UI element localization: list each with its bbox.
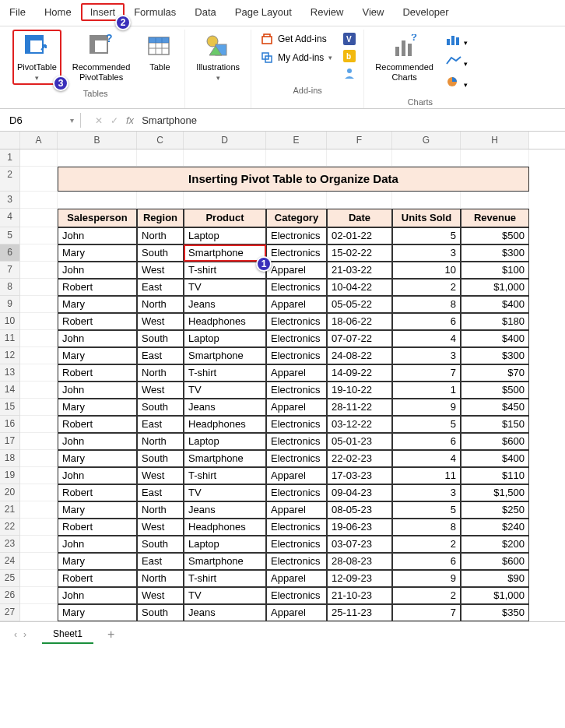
- table-cell[interactable]: 11: [392, 467, 461, 484]
- table-cell[interactable]: Apparel: [266, 604, 327, 621]
- table-cell[interactable]: 28-08-23: [327, 553, 392, 570]
- table-cell[interactable]: John: [58, 227, 137, 244]
- row-header[interactable]: 6: [0, 244, 20, 262]
- col-header-B[interactable]: B: [58, 132, 137, 149]
- table-cell[interactable]: Smartphone: [184, 553, 266, 570]
- table-cell[interactable]: 3: [392, 347, 461, 364]
- table-cell[interactable]: Apparel: [266, 467, 327, 484]
- table-cell[interactable]: $400: [461, 450, 529, 467]
- table-cell[interactable]: South: [137, 244, 184, 262]
- table-cell[interactable]: South: [137, 536, 184, 553]
- table-cell[interactable]: $300: [461, 347, 529, 364]
- col-header-A[interactable]: A: [20, 132, 58, 149]
- table-cell[interactable]: North: [137, 296, 184, 313]
- row-header[interactable]: 10: [0, 313, 20, 330]
- table-cell[interactable]: John: [58, 467, 137, 484]
- table-cell[interactable]: West: [137, 587, 184, 604]
- table-cell[interactable]: 19-06-23: [327, 519, 392, 536]
- table-cell[interactable]: 14-09-22: [327, 364, 392, 382]
- table-cell[interactable]: North: [137, 227, 184, 244]
- row-header[interactable]: 18: [0, 450, 20, 467]
- table-cell[interactable]: 02-01-22: [327, 227, 392, 244]
- table-cell[interactable]: Apparel: [266, 262, 327, 279]
- table-cell[interactable]: East: [137, 347, 184, 364]
- table-cell[interactable]: $250: [461, 501, 529, 519]
- row-header[interactable]: 17: [0, 433, 20, 450]
- table-cell[interactable]: 8: [392, 296, 461, 313]
- table-cell[interactable]: 12-09-23: [327, 570, 392, 587]
- table-cell[interactable]: John: [58, 587, 137, 604]
- get-addins-button[interactable]: Get Add-ins: [258, 31, 335, 47]
- table-cell[interactable]: West: [137, 382, 184, 399]
- table-cell[interactable]: West: [137, 313, 184, 330]
- table-cell[interactable]: John: [58, 433, 137, 450]
- row-header[interactable]: 19: [0, 467, 20, 484]
- col-header-E[interactable]: E: [266, 132, 327, 149]
- row-header[interactable]: 8: [0, 279, 20, 296]
- table-cell[interactable]: 9: [392, 570, 461, 587]
- menu-review[interactable]: Review: [301, 3, 353, 21]
- table-cell[interactable]: 21-10-23: [327, 587, 392, 604]
- menu-home[interactable]: Home: [35, 3, 81, 21]
- table-cell[interactable]: Electronics: [266, 450, 327, 467]
- table-cell[interactable]: Robert: [58, 279, 137, 296]
- table-cell[interactable]: 03-12-22: [327, 416, 392, 433]
- accept-icon[interactable]: ✓: [111, 115, 118, 126]
- table-cell[interactable]: $180: [461, 313, 529, 330]
- table-cell[interactable]: 6: [392, 433, 461, 450]
- recommended-charts-button[interactable]: ? Recommended Charts: [370, 30, 438, 86]
- row-header[interactable]: 4: [0, 209, 20, 227]
- table-cell[interactable]: 10-04-22: [327, 279, 392, 296]
- row-header[interactable]: 9: [0, 296, 20, 313]
- table-cell[interactable]: West: [137, 262, 184, 279]
- select-all-corner[interactable]: [0, 132, 20, 149]
- table-cell[interactable]: Mary: [58, 450, 137, 467]
- table-cell[interactable]: TV: [184, 484, 266, 501]
- table-cell[interactable]: Electronics: [266, 416, 327, 433]
- table-cell[interactable]: $70: [461, 364, 529, 382]
- table-cell[interactable]: 6: [392, 313, 461, 330]
- table-cell[interactable]: 08-05-23: [327, 501, 392, 519]
- table-cell[interactable]: Smartphone1: [184, 244, 266, 262]
- col-header-C[interactable]: C: [137, 132, 184, 149]
- table-cell[interactable]: 6: [392, 553, 461, 570]
- table-cell[interactable]: Electronics: [266, 484, 327, 501]
- menu-file[interactable]: File: [0, 3, 35, 21]
- table-cell[interactable]: 03-07-23: [327, 536, 392, 553]
- table-cell[interactable]: TV: [184, 279, 266, 296]
- menu-view[interactable]: View: [353, 3, 393, 21]
- table-cell[interactable]: Mary: [58, 347, 137, 364]
- table-cell[interactable]: Jeans: [184, 399, 266, 416]
- table-cell[interactable]: Robert: [58, 416, 137, 433]
- table-cell[interactable]: 22-02-23: [327, 450, 392, 467]
- menu-page layout[interactable]: Page Layout: [226, 3, 301, 21]
- fx-icon[interactable]: fx: [126, 114, 134, 126]
- table-cell[interactable]: East: [137, 416, 184, 433]
- table-cell[interactable]: Electronics: [266, 536, 327, 553]
- table-cell[interactable]: 3: [392, 484, 461, 501]
- illustrations-button[interactable]: Illustrations ▾: [191, 30, 244, 85]
- col-header-G[interactable]: G: [392, 132, 461, 149]
- table-cell[interactable]: $500: [461, 382, 529, 399]
- table-cell[interactable]: Jeans: [184, 501, 266, 519]
- table-cell[interactable]: 4: [392, 330, 461, 347]
- table-cell[interactable]: Electronics: [266, 244, 327, 262]
- table-cell[interactable]: 19-10-22: [327, 382, 392, 399]
- table-cell[interactable]: North: [137, 570, 184, 587]
- table-cell[interactable]: Headphones: [184, 416, 266, 433]
- row-header[interactable]: 21: [0, 501, 20, 519]
- table-cell[interactable]: Laptop: [184, 227, 266, 244]
- table-cell[interactable]: $200: [461, 536, 529, 553]
- table-cell[interactable]: 05-01-23: [327, 433, 392, 450]
- table-cell[interactable]: TV: [184, 382, 266, 399]
- table-cell[interactable]: Mary: [58, 296, 137, 313]
- table-cell[interactable]: Electronics: [266, 330, 327, 347]
- table-cell[interactable]: John: [58, 536, 137, 553]
- table-cell[interactable]: Jeans: [184, 296, 266, 313]
- table-cell[interactable]: $600: [461, 433, 529, 450]
- col-header-H[interactable]: H: [461, 132, 529, 149]
- table-cell[interactable]: $500: [461, 227, 529, 244]
- table-cell[interactable]: North: [137, 433, 184, 450]
- table-cell[interactable]: 21-03-22: [327, 262, 392, 279]
- row-header[interactable]: 11: [0, 330, 20, 347]
